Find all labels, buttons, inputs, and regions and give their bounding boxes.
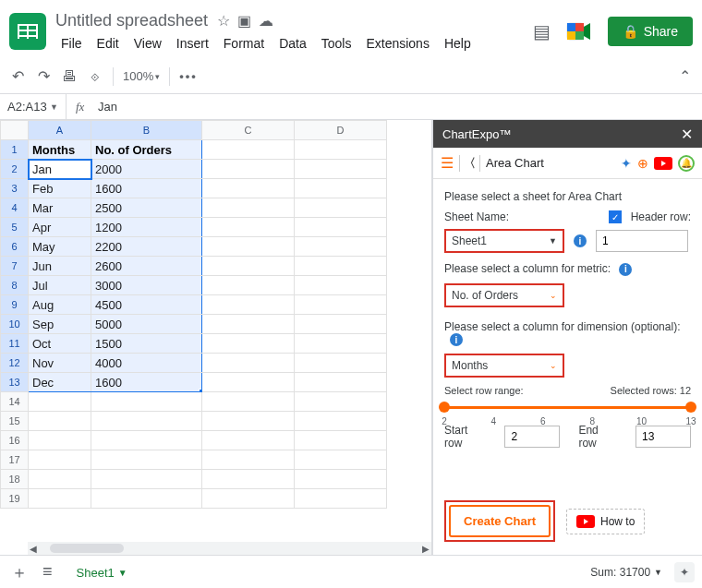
row-header[interactable]: 18	[1, 470, 29, 489]
row-header[interactable]: 16	[1, 431, 29, 450]
cell[interactable]: 4000	[91, 354, 202, 373]
print-icon[interactable]: 🖶	[61, 68, 78, 85]
cell[interactable]	[29, 431, 91, 450]
cell[interactable]	[295, 218, 387, 237]
cell[interactable]: 1600	[91, 373, 202, 392]
cell[interactable]	[202, 140, 295, 160]
row-header[interactable]: 1	[1, 140, 29, 160]
row-header[interactable]: 19	[1, 489, 29, 509]
cell[interactable]	[295, 276, 387, 295]
close-icon[interactable]: ✕	[681, 126, 693, 143]
cell[interactable]	[295, 373, 387, 392]
formula-input[interactable]: Jan	[94, 100, 702, 114]
menu-extensions[interactable]: Extensions	[360, 34, 434, 53]
cell[interactable]: Dec	[29, 373, 91, 392]
cell[interactable]	[295, 392, 387, 412]
cell[interactable]: Sep	[29, 315, 91, 334]
spreadsheet-grid[interactable]: ABCD1MonthsNo. of Orders2Jan20003Feb1600…	[0, 120, 432, 555]
cell[interactable]	[202, 295, 295, 315]
column-header[interactable]: A	[29, 121, 91, 140]
cell[interactable]: 2200	[91, 237, 202, 257]
cell[interactable]	[295, 470, 387, 489]
cell[interactable]	[29, 470, 91, 489]
cell[interactable]	[29, 450, 91, 470]
cell[interactable]: 1200	[91, 218, 202, 237]
cell[interactable]	[295, 257, 387, 276]
dimension-select[interactable]: Months ⌄	[444, 354, 564, 378]
cell[interactable]	[29, 489, 91, 509]
row-header[interactable]: 11	[1, 334, 29, 354]
cell[interactable]	[202, 276, 295, 295]
cell[interactable]	[202, 373, 295, 392]
cell[interactable]	[295, 489, 387, 509]
cell[interactable]	[91, 392, 202, 412]
menu-tools[interactable]: Tools	[316, 34, 357, 53]
slider-knob-start[interactable]	[439, 402, 450, 413]
cell[interactable]	[29, 412, 91, 431]
comments-icon[interactable]: ▤	[533, 20, 551, 42]
cell[interactable]: Nov	[29, 354, 91, 373]
document-title[interactable]: Untitled spreadsheet	[55, 11, 208, 30]
row-header[interactable]: 17	[1, 450, 29, 470]
cell[interactable]	[91, 412, 202, 431]
slider-knob-end[interactable]	[685, 402, 696, 413]
start-row-input[interactable]	[504, 426, 560, 448]
info-icon[interactable]: i	[619, 263, 632, 276]
add-sheet-icon[interactable]: ＋	[7, 561, 31, 583]
column-header[interactable]: B	[91, 121, 202, 140]
cell[interactable]	[295, 334, 387, 354]
cell[interactable]	[202, 431, 295, 450]
row-header[interactable]: 6	[1, 237, 29, 257]
cell[interactable]	[295, 295, 387, 315]
cell[interactable]	[202, 315, 295, 334]
cell[interactable]: Oct	[29, 334, 91, 354]
row-header[interactable]: 2	[1, 160, 29, 179]
explore-icon[interactable]: ✦	[674, 562, 695, 582]
cell[interactable]: 2000	[91, 160, 202, 179]
create-chart-button[interactable]: Create Chart	[449, 505, 551, 537]
cell[interactable]	[295, 160, 387, 179]
horizontal-scrollbar[interactable]: ◀ ▶	[28, 542, 431, 555]
cell[interactable]	[295, 140, 387, 160]
zoom-select[interactable]: 100% ▾	[123, 69, 160, 83]
cell[interactable]: Apr	[29, 218, 91, 237]
cell[interactable]	[91, 450, 202, 470]
row-header[interactable]: 9	[1, 295, 29, 315]
row-range-slider[interactable]: 2 4 6 8 10 13	[444, 400, 691, 414]
cell[interactable]	[295, 315, 387, 334]
cell[interactable]: 1600	[91, 179, 202, 198]
howto-button[interactable]: How to	[566, 509, 645, 534]
paint-format-icon[interactable]: ⟐	[87, 68, 103, 85]
cell[interactable]	[202, 470, 295, 489]
cell[interactable]	[202, 237, 295, 257]
add-chart-icon[interactable]: ⊕	[637, 156, 648, 171]
cell[interactable]	[29, 392, 91, 412]
cell[interactable]	[295, 237, 387, 257]
redo-icon[interactable]: ↷	[35, 67, 52, 85]
cell[interactable]	[202, 218, 295, 237]
row-header[interactable]: 10	[1, 315, 29, 334]
menu-format[interactable]: Format	[218, 34, 270, 53]
cell[interactable]	[202, 392, 295, 412]
row-header[interactable]: 4	[1, 198, 29, 218]
cell[interactable]	[202, 257, 295, 276]
wand-icon[interactable]: ✦	[621, 156, 632, 171]
menu-edit[interactable]: Edit	[91, 34, 125, 53]
info-icon[interactable]: i	[450, 333, 463, 346]
cell[interactable]: 4500	[91, 295, 202, 315]
cell[interactable]	[295, 354, 387, 373]
column-header[interactable]: D	[295, 121, 387, 140]
cell[interactable]: No. of Orders	[91, 140, 202, 160]
cell[interactable]	[295, 198, 387, 218]
hamburger-icon[interactable]: ☰	[441, 154, 454, 172]
cell[interactable]: Jul	[29, 276, 91, 295]
cell[interactable]: Jan	[29, 160, 91, 179]
menu-data[interactable]: Data	[273, 34, 312, 53]
cell[interactable]: Months	[29, 140, 91, 160]
undo-icon[interactable]: ↶	[9, 67, 26, 85]
cell[interactable]	[202, 334, 295, 354]
cloud-icon[interactable]: ☁	[259, 12, 273, 30]
menu-insert[interactable]: Insert	[171, 34, 214, 53]
all-sheets-icon[interactable]: ≡	[39, 562, 56, 582]
menu-help[interactable]: Help	[439, 34, 477, 53]
